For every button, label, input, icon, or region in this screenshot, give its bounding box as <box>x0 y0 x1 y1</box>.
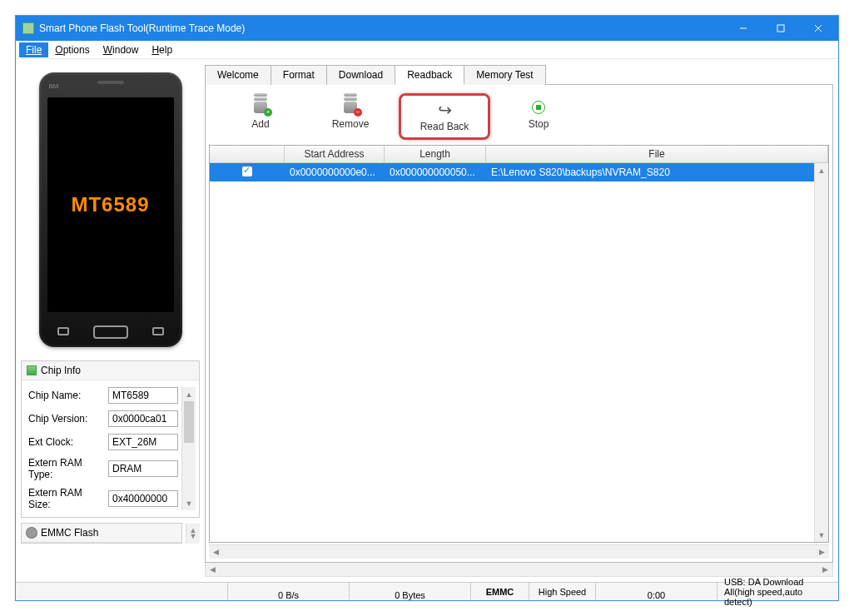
panel-hscrollbar[interactable]: ◀ ▶ <box>205 563 833 577</box>
close-icon <box>814 24 822 32</box>
undo-arrow-icon: ↩ <box>435 101 454 119</box>
readback-table: Start Address Length File 0x0000000000e0… <box>209 145 829 543</box>
maximize-icon <box>777 24 785 32</box>
menu-file[interactable]: File <box>19 42 48 57</box>
table-row[interactable]: 0x0000000000e0... 0x000000000050... E:\L… <box>210 163 828 181</box>
chip-info-header[interactable]: Chip Info <box>22 361 199 380</box>
chip-info-scrollbar[interactable]: ▲ ▼ <box>181 387 196 510</box>
scroll-up-icon[interactable]: ▲ <box>815 163 828 177</box>
emmc-flash-header[interactable]: EMMC Flash <box>22 524 181 543</box>
svg-rect-1 <box>777 25 784 32</box>
scroll-thumb[interactable] <box>184 401 194 443</box>
app-icon <box>22 22 34 34</box>
window-title: Smart Phone Flash Tool(Runtime Trace Mod… <box>39 22 724 34</box>
ext-ram-type-value[interactable]: DRAM <box>108 460 178 477</box>
phone-screen: MT6589 <box>47 97 174 312</box>
row-length: 0x000000000050... <box>385 165 486 180</box>
database-add-icon: + <box>251 98 270 117</box>
scroll-left-icon[interactable]: ◀ <box>209 545 223 559</box>
table-hscrollbar[interactable]: ◀ ▶ <box>209 544 829 559</box>
read-back-button[interactable]: ↩ Read Back <box>399 93 490 140</box>
status-storage: EMMC <box>471 583 529 600</box>
phone-speaker <box>97 81 124 84</box>
phone-nav-left-icon <box>57 327 69 335</box>
row-checkbox-cell[interactable] <box>210 165 285 181</box>
ext-ram-size-value[interactable]: 0x40000000 <box>108 490 178 507</box>
chip-name-value[interactable]: MT6589 <box>108 387 178 404</box>
menu-window[interactable]: Window <box>97 42 146 57</box>
ext-clock-value[interactable]: EXT_26M <box>108 434 178 450</box>
tab-format[interactable]: Format <box>271 65 327 85</box>
row-file: E:\Lenovo S820\backups\NVRAM_S820 <box>486 165 828 180</box>
row-start-address: 0x0000000000e0... <box>285 165 385 180</box>
titlebar: Smart Phone Flash Tool(Runtime Trace Mod… <box>16 16 838 41</box>
col-file[interactable]: File <box>486 146 828 162</box>
stop-icon <box>529 98 548 117</box>
tabstrip: Welcome Format Download Readback Memory … <box>205 65 833 85</box>
chip-name-row: Chip Name: MT6589 <box>28 387 178 404</box>
readback-panel: + Add − Remove ↩ Read Back <box>205 84 833 563</box>
table-body: 0x0000000000e0... 0x000000000050... E:\L… <box>210 163 828 542</box>
table-vscrollbar[interactable]: ▲ ▼ <box>814 163 828 542</box>
status-mode: High Speed <box>529 583 596 600</box>
statusbar: 0 B/s 0 Bytes EMMC High Speed 0:00 USB: … <box>16 582 838 600</box>
col-length[interactable]: Length <box>385 146 486 162</box>
app-window: Smart Phone Flash Tool(Runtime Trace Mod… <box>15 15 839 601</box>
emmc-flash-title: EMMC Flash <box>41 527 98 539</box>
phone-preview-area: BM MT6589 <box>21 64 200 355</box>
ext-ram-type-row: Extern RAM Type: DRAM <box>28 457 178 480</box>
scroll-up-icon[interactable]: ▲ <box>182 387 196 401</box>
scroll-right-icon[interactable]: ▶ <box>818 563 832 576</box>
read-back-label: Read Back <box>420 121 469 132</box>
status-usb: USB: DA Download All(high speed,auto det… <box>717 583 838 600</box>
status-speed: 0 B/s <box>228 583 350 600</box>
chip-icon <box>27 365 37 375</box>
minimize-button[interactable] <box>724 17 762 40</box>
database-remove-icon: − <box>341 98 360 117</box>
checkmark-icon <box>242 166 252 176</box>
scroll-down-icon[interactable]: ▼ <box>815 528 828 542</box>
phone-bm-label: BM <box>49 82 59 90</box>
minimize-icon <box>739 24 747 32</box>
left-panel-scrollbar[interactable]: ▲ ▼ <box>186 524 200 544</box>
remove-button[interactable]: − Remove <box>309 93 392 135</box>
phone-home-button-icon <box>93 325 128 339</box>
ext-ram-type-label: Extern RAM Type: <box>28 457 103 480</box>
chip-version-value[interactable]: 0x0000ca01 <box>108 410 178 427</box>
tab-readback[interactable]: Readback <box>395 65 464 85</box>
content-area: BM MT6589 Chip Info Chi <box>16 59 838 582</box>
tab-welcome[interactable]: Welcome <box>205 65 271 85</box>
gear-icon <box>27 528 37 538</box>
scroll-right-icon[interactable]: ▶ <box>815 545 829 559</box>
ext-ram-size-row: Extern RAM Size: 0x40000000 <box>28 487 178 510</box>
chip-version-row: Chip Version: 0x0000ca01 <box>28 410 178 427</box>
ext-ram-size-label: Extern RAM Size: <box>28 487 103 510</box>
stop-button[interactable]: Stop <box>497 93 580 135</box>
tab-download[interactable]: Download <box>326 65 395 85</box>
chip-version-label: Chip Version: <box>28 413 103 425</box>
menu-options[interactable]: Options <box>48 42 96 57</box>
chip-info-body: Chip Name: MT6589 Chip Version: 0x0000ca… <box>22 380 199 517</box>
scroll-left-icon[interactable]: ◀ <box>206 563 220 576</box>
menubar: File Options Window Help <box>16 41 838 59</box>
col-check[interactable] <box>210 146 285 162</box>
phone-graphic: BM MT6589 <box>39 72 182 347</box>
scroll-down-icon[interactable]: ▼ <box>186 529 200 544</box>
phone-chip-text: MT6589 <box>71 193 149 216</box>
emmc-flash-group: EMMC Flash <box>21 523 182 544</box>
scroll-down-icon[interactable]: ▼ <box>182 496 196 510</box>
close-button[interactable] <box>799 17 837 40</box>
emmc-flash-strip: EMMC Flash ▲ ▼ <box>21 523 200 544</box>
add-button[interactable]: + Add <box>219 93 302 135</box>
add-label: Add <box>251 118 269 130</box>
tab-memory-test[interactable]: Memory Test <box>464 65 545 85</box>
chip-info-group: Chip Info Chip Name: MT6589 Chip Version… <box>21 360 200 518</box>
menu-help[interactable]: Help <box>145 42 179 57</box>
status-time: 0:00 <box>596 583 717 600</box>
col-start-address[interactable]: Start Address <box>285 146 385 162</box>
chip-info-title: Chip Info <box>41 365 81 376</box>
remove-label: Remove <box>332 118 370 130</box>
status-empty <box>16 583 228 600</box>
status-bytes: 0 Bytes <box>350 583 471 600</box>
maximize-button[interactable] <box>762 17 799 40</box>
